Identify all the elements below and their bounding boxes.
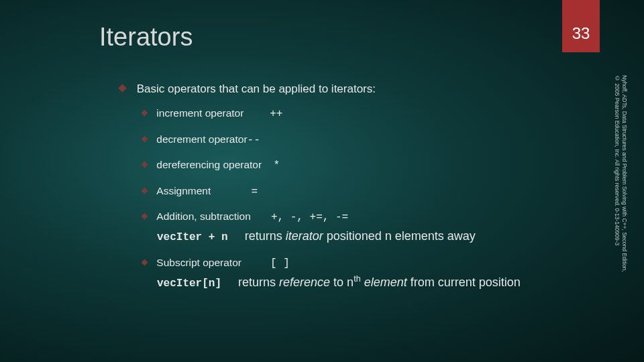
list-item: dereferencing operator * [142,158,584,174]
diamond-bullet-icon [142,213,148,220]
operator-label: Assignment [156,184,211,198]
operator-symbol: ++ [270,108,282,120]
main-bullet: Basic operators that can be applied to i… [119,82,584,292]
desc-text: to n [330,276,354,289]
diamond-bullet-icon [142,109,148,116]
list-item: decrement operator-- [142,133,584,148]
diamond-bullet-icon [142,162,148,168]
desc-emph: reference [279,276,330,289]
operator-symbol: +, -, +=, -= [271,211,348,223]
code-snippet: vecIter[n] [157,278,221,290]
slide-content: Basic operators that can be applied to i… [119,82,584,304]
operator-description: vecIter[n] returns reference to nth elem… [157,274,584,292]
desc-sup: th [354,274,361,284]
code-snippet: vecIter + n [157,231,228,243]
desc-text: positioned n elements away [323,229,476,243]
diamond-bullet-icon [118,84,127,93]
diamond-bullet-icon [142,259,148,265]
desc-emph: element [361,276,407,289]
operator-label: dereferencing operator [156,158,262,172]
desc-emph: iterator [286,229,323,243]
operator-label: decrement operator [156,133,247,147]
desc-text: from current position [407,276,521,289]
list-item: increment operator ++ [142,107,584,122]
operator-label: increment operator [156,107,244,121]
main-heading: Basic operators that can be applied to i… [137,82,376,95]
desc-text: returns [245,229,286,243]
citation-text: Nyhoff, ADTs, Data Structures and Proble… [605,75,628,276]
slide-title: Iterators [99,23,193,52]
operator-label: Subscript operator [156,256,241,270]
desc-text: returns [238,276,279,289]
operator-symbol: = [252,186,258,198]
diamond-bullet-icon [142,187,148,194]
list-item: Assignment = [142,184,584,200]
operator-list: increment operator ++ decrement operator… [142,107,584,292]
operator-symbol: -- [248,134,260,146]
operator-symbol: * [273,160,280,172]
operator-label: Addition, subtraction [156,210,250,224]
list-item: Subscript operator [ ] vecIter[n] return… [142,256,584,292]
operator-symbol: [ ] [270,257,290,269]
operator-description: vecIter + n returns iterator positioned … [157,228,584,245]
list-item: Addition, subtraction +, -, +=, -= vecIt… [142,210,584,245]
page-number-badge: 33 [562,0,600,52]
diamond-bullet-icon [142,135,148,142]
